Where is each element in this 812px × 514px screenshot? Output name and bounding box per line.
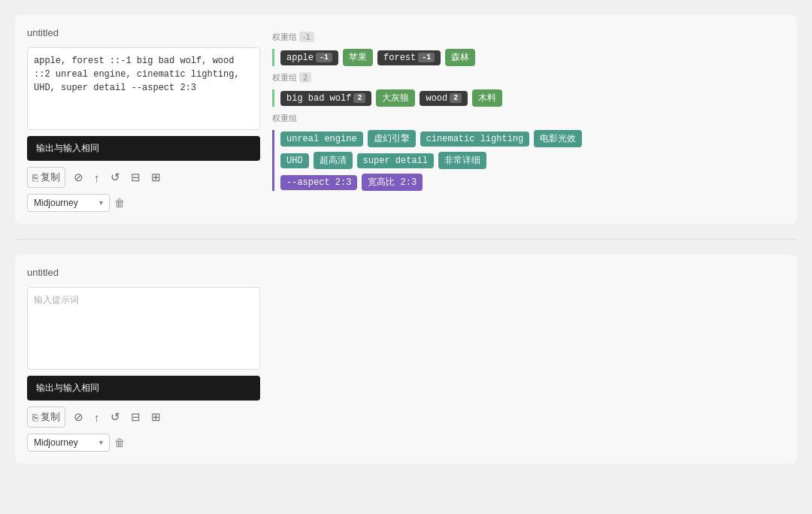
image2-button[interactable]: ⊞ bbox=[149, 408, 163, 426]
cancel-button[interactable]: ⊘ bbox=[71, 168, 86, 186]
copy-label: 复制 bbox=[41, 410, 60, 424]
tag-badge: -1 bbox=[418, 53, 435, 62]
prompt-tag[interactable]: UHD bbox=[280, 153, 309, 168]
image1-button[interactable]: ⊟ bbox=[129, 168, 143, 186]
weight-row: unreal engine虚幻引擎cinematic lighting电影光效 bbox=[280, 130, 785, 147]
cn-tag-text: 森林 bbox=[451, 51, 469, 64]
tag-text: unreal engine bbox=[286, 134, 357, 144]
prompt-tag[interactable]: wood2 bbox=[420, 91, 468, 106]
weight-row: big bad wolf2大灰狼wood2木料 bbox=[280, 89, 785, 107]
up-button[interactable]: ↑ bbox=[92, 169, 102, 186]
prompt-tag[interactable]: forest-1 bbox=[377, 50, 441, 65]
cn-tag[interactable]: 虚幻引擎 bbox=[368, 130, 416, 147]
copy-button[interactable]: ⎘ 复制 bbox=[27, 167, 65, 188]
weight-row: UHD超高清super detail非常详细 bbox=[280, 152, 785, 169]
prompt-tag[interactable]: apple-1 bbox=[280, 50, 338, 65]
output-bar: 输出与输入相同 bbox=[27, 136, 260, 161]
right-panel: 权重组 -1apple-1苹果forest-1森林权重组 2big bad wo… bbox=[272, 27, 785, 212]
tag-text: apple bbox=[286, 53, 314, 63]
output-bar: 输出与输入相同 bbox=[27, 376, 260, 401]
card-title: untitled bbox=[27, 267, 260, 278]
cn-tag-text: 虚幻引擎 bbox=[374, 132, 410, 145]
prompt-tag[interactable]: unreal engine bbox=[280, 132, 363, 147]
prompt-input[interactable] bbox=[27, 287, 260, 370]
cn-tag[interactable]: 木料 bbox=[472, 89, 502, 107]
model-select-wrapper: Midjourney bbox=[27, 434, 110, 452]
cn-tag-text: 宽高比 2:3 bbox=[368, 176, 417, 189]
weight-group: unreal engine虚幻引擎cinematic lighting电影光效U… bbox=[272, 130, 785, 191]
cn-tag[interactable]: 森林 bbox=[445, 49, 475, 66]
left-panel: untitled apple, forest ::-1 big bad wolf… bbox=[27, 27, 260, 212]
weight-label: 权重组 bbox=[272, 111, 785, 125]
weight-row: apple-1苹果forest-1森林 bbox=[280, 49, 785, 66]
prompt-input[interactable]: apple, forest ::-1 big bad wolf, wood ::… bbox=[27, 47, 260, 130]
copy-button[interactable]: ⎘ 复制 bbox=[27, 407, 65, 428]
cn-tag-text: 木料 bbox=[478, 92, 496, 104]
cn-tag[interactable]: 电影光效 bbox=[534, 130, 582, 147]
delete-button[interactable]: 🗑 bbox=[114, 437, 125, 449]
weight-group: apple-1苹果forest-1森林 bbox=[272, 49, 785, 66]
weight-label: 权重组 2 bbox=[272, 71, 785, 85]
tag-badge: -1 bbox=[316, 53, 332, 62]
prompt-tag[interactable]: cinematic lighting bbox=[420, 132, 530, 147]
weight-row: --aspect 2:3宽高比 2:3 bbox=[280, 174, 785, 191]
prompt-tag[interactable]: super detail bbox=[357, 153, 434, 168]
model-select-row: Midjourney 🗑 bbox=[27, 434, 260, 452]
weight-group: big bad wolf2大灰狼wood2木料 bbox=[272, 89, 785, 107]
copy-icon: ⎘ bbox=[32, 172, 38, 183]
tag-badge: 2 bbox=[450, 93, 462, 103]
image1-button[interactable]: ⊟ bbox=[129, 408, 143, 426]
refresh-button[interactable]: ↺ bbox=[108, 408, 123, 426]
left-panel: untitled 输出与输入相同 ⎘ 复制 ⊘ ↑ ↺ ⊟ ⊞ Midjourn… bbox=[27, 267, 260, 452]
weight-label: 权重组 -1 bbox=[272, 30, 785, 44]
cn-tag[interactable]: 宽高比 2:3 bbox=[362, 174, 423, 191]
prompt-tag[interactable]: --aspect 2:3 bbox=[280, 175, 357, 190]
model-select-wrapper: Midjourney bbox=[27, 194, 110, 212]
cn-tag-text: 苹果 bbox=[349, 51, 367, 64]
cn-tag-text: 非常详细 bbox=[444, 154, 480, 167]
toolbar: ⎘ 复制 ⊘ ↑ ↺ ⊟ ⊞ bbox=[27, 407, 260, 428]
card-title: untitled bbox=[27, 27, 260, 38]
tag-badge: 2 bbox=[353, 93, 365, 103]
tag-text: cinematic lighting bbox=[426, 134, 524, 144]
tag-text: --aspect 2:3 bbox=[286, 177, 351, 188]
prompt-card: untitled apple, forest ::-1 big bad wolf… bbox=[15, 15, 797, 224]
tag-text: wood bbox=[426, 93, 447, 104]
model-select-row: Midjourney 🗑 bbox=[27, 194, 260, 212]
refresh-button[interactable]: ↺ bbox=[108, 168, 123, 186]
cn-tag-text: 电影光效 bbox=[540, 132, 576, 145]
tag-text: forest bbox=[383, 53, 416, 63]
delete-button[interactable]: 🗑 bbox=[114, 197, 125, 209]
toolbar: ⎘ 复制 ⊘ ↑ ↺ ⊟ ⊞ bbox=[27, 167, 260, 188]
cn-tag[interactable]: 大灰狼 bbox=[376, 89, 415, 107]
cn-tag-text: 大灰狼 bbox=[382, 92, 409, 104]
cancel-button[interactable]: ⊘ bbox=[71, 408, 86, 426]
model-select[interactable]: Midjourney bbox=[27, 434, 110, 452]
model-select[interactable]: Midjourney bbox=[27, 194, 110, 212]
image2-button[interactable]: ⊞ bbox=[149, 168, 163, 186]
tag-text: big bad wolf bbox=[286, 93, 351, 104]
cn-tag[interactable]: 超高清 bbox=[314, 152, 353, 169]
cn-tag-text: 超高清 bbox=[320, 154, 347, 167]
cn-tag[interactable]: 非常详细 bbox=[438, 152, 486, 169]
copy-label: 复制 bbox=[41, 171, 60, 184]
up-button[interactable]: ↑ bbox=[92, 409, 102, 426]
cn-tag[interactable]: 苹果 bbox=[343, 49, 373, 66]
copy-icon: ⎘ bbox=[32, 412, 38, 423]
prompt-card: untitled 输出与输入相同 ⎘ 复制 ⊘ ↑ ↺ ⊟ ⊞ Midjourn… bbox=[15, 255, 797, 464]
tag-text: super detail bbox=[363, 156, 428, 166]
prompt-tag[interactable]: big bad wolf2 bbox=[280, 91, 371, 106]
tag-text: UHD bbox=[286, 156, 303, 166]
